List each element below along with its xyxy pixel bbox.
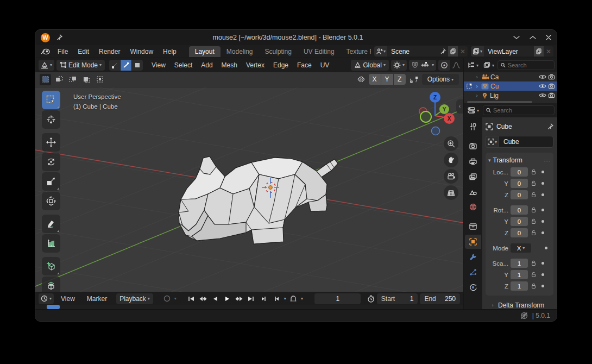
maximize-button[interactable] (530, 35, 536, 40)
transform-orientation-button[interactable]: Global ▾ (351, 60, 389, 71)
pin-id-icon[interactable] (547, 123, 553, 130)
workspace-tab-sculpting[interactable]: Sculpting (259, 46, 298, 57)
menu-edge[interactable]: Edge (269, 59, 293, 72)
eye-icon[interactable] (539, 84, 546, 89)
frame-end-field[interactable]: End 250 (420, 293, 460, 304)
eye-icon[interactable] (539, 93, 546, 98)
tab-collection[interactable] (465, 219, 481, 234)
animate-dot[interactable] (541, 285, 544, 287)
object-name-field[interactable]: Cube (499, 136, 553, 148)
face-select-mode-button[interactable] (132, 60, 143, 71)
lock-icon[interactable] (530, 207, 537, 213)
menu-vertex[interactable]: Vertex (242, 59, 269, 72)
tab-scene[interactable] (465, 185, 481, 199)
rotation-z-field[interactable]: 0 (511, 228, 528, 237)
animate-dot[interactable] (541, 209, 544, 211)
location-z-field[interactable]: 0 (511, 190, 528, 199)
expand-icon[interactable]: › (474, 93, 480, 98)
viewlayer-remove-button[interactable]: ✕ (544, 46, 553, 57)
autokeying-dropdown[interactable]: ▾ (301, 296, 303, 301)
menu-uv[interactable]: UV (316, 59, 334, 72)
lock-icon[interactable] (530, 180, 537, 186)
outliner-row-camera[interactable]: › Ca (464, 72, 557, 81)
sidebar-toggle-handle[interactable]: ‹ (456, 99, 463, 114)
tab-world[interactable] (465, 200, 481, 214)
menu-select[interactable]: Select (170, 59, 197, 72)
current-frame-marker[interactable] (47, 305, 60, 309)
tool-rotate[interactable] (42, 153, 60, 171)
play-reverse-button[interactable] (210, 294, 221, 304)
menu-add[interactable]: Add (197, 59, 217, 72)
animate-dot[interactable] (541, 171, 544, 173)
lock-icon[interactable] (530, 260, 537, 266)
breadcrumb-object-name[interactable]: Cube (496, 123, 512, 130)
outliner-row-cube[interactable]: › Cu (464, 81, 557, 91)
animate-dot[interactable] (541, 262, 544, 265)
tab-physics[interactable] (465, 280, 481, 294)
minimize-button[interactable] (513, 35, 520, 40)
properties-search[interactable] (483, 105, 555, 115)
scene-new-button[interactable] (448, 46, 458, 57)
workspace-tab-uv-editing[interactable]: UV Editing (298, 46, 341, 57)
timeline-editor-type-button[interactable]: ▾ (39, 293, 54, 304)
viewport-canvas[interactable]: Z Y X User Perspective (1) Cube | Cube (35, 87, 463, 292)
panel-grip-icon[interactable]: :::: (544, 158, 551, 163)
frame-back-button[interactable] (259, 294, 269, 304)
tool-scale[interactable] (42, 172, 60, 191)
workspace-tab-modeling[interactable]: Modeling (221, 46, 259, 57)
lock-icon[interactable] (530, 272, 537, 278)
tool-transform[interactable] (42, 192, 60, 210)
zoom-gizmo-button[interactable] (444, 136, 458, 151)
snap-target-button[interactable]: ▾ (391, 60, 407, 71)
tab-tool[interactable] (465, 120, 481, 134)
next-keyframe-button[interactable] (234, 294, 244, 304)
tab-particles[interactable] (465, 265, 481, 279)
animate-dot[interactable] (541, 193, 544, 196)
animate-dot[interactable] (541, 220, 544, 223)
menu-help[interactable]: Help (158, 45, 181, 58)
viewlayer-name[interactable]: ViewLayer (484, 48, 534, 55)
rotation-mode-dropdown[interactable]: X ▾ (511, 243, 531, 253)
tool-add-cube[interactable] (42, 257, 60, 275)
scene-name[interactable]: Scene (387, 48, 440, 55)
pin-window-icon[interactable] (56, 34, 62, 41)
scale-y-field[interactable]: 1 (511, 270, 528, 279)
timeline-menu-view[interactable]: View (56, 292, 80, 305)
snap-base-icon[interactable] (410, 76, 418, 84)
scale-z-field[interactable]: 1 (511, 281, 528, 291)
tab-modifiers[interactable] (465, 250, 481, 264)
transform-panel-header[interactable]: ▾ Transform :::: (488, 155, 551, 166)
autokeying-toggle[interactable] (288, 294, 299, 304)
outliner-search-input[interactable] (508, 62, 551, 68)
frame-jump-dropdown[interactable]: ▾ (284, 296, 286, 301)
autokey-record-button[interactable] (162, 294, 172, 304)
outliner-search[interactable] (497, 60, 555, 70)
play-button[interactable] (222, 294, 232, 304)
lock-icon[interactable] (530, 169, 537, 175)
expand-icon[interactable]: › (474, 84, 480, 89)
current-frame-field[interactable]: 1 (314, 293, 361, 304)
tool-measure[interactable] (42, 234, 60, 253)
timeline-menu-marker[interactable]: Marker (82, 292, 112, 305)
prev-keyframe-button[interactable] (198, 294, 209, 304)
lock-icon[interactable] (530, 218, 537, 224)
animate-dot[interactable] (541, 273, 544, 276)
playback-dropdown[interactable]: Playback ▾ (116, 293, 153, 304)
lock-icon[interactable] (530, 230, 537, 236)
eye-icon[interactable] (539, 74, 546, 79)
outliner-filter-button[interactable]: ▾ (482, 60, 496, 70)
jump-to-end-button[interactable] (245, 294, 256, 304)
tab-output[interactable] (465, 154, 481, 168)
tool-annotate[interactable] (42, 215, 60, 233)
frame-start-field[interactable]: Start 1 (377, 293, 418, 304)
render-visibility-icon[interactable] (548, 74, 555, 80)
properties-search-input[interactable] (493, 107, 551, 114)
mode-selector[interactable]: Edit Mode ▾ (56, 60, 105, 71)
title-bar[interactable]: W mouse2 [~/work/3d/mouse2.blend] - Blen… (35, 30, 557, 45)
lock-icon[interactable] (530, 283, 537, 289)
expand-icon[interactable]: › (474, 74, 480, 80)
select-subtract-option[interactable] (67, 74, 78, 85)
tool-cursor[interactable] (42, 110, 60, 129)
menu-edit[interactable]: Edit (73, 45, 94, 58)
menu-file[interactable]: File (53, 45, 73, 58)
